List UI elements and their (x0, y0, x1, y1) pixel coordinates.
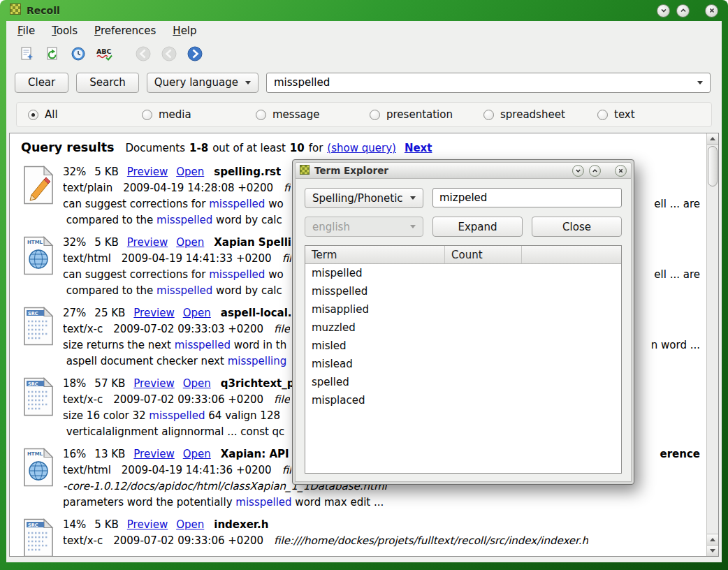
result-title: Xapian Spelli (214, 236, 291, 249)
open-link[interactable]: Open (183, 377, 211, 390)
radio-media-icon[interactable] (142, 110, 152, 120)
term-row[interactable]: muzzled (305, 319, 621, 337)
maximize-icon[interactable] (676, 4, 690, 17)
highlight-term: misspelling (228, 355, 287, 367)
doc-date: 2009-04-19 14:28:08 +0200 (123, 182, 273, 194)
clear-search-icon[interactable] (16, 43, 37, 64)
preview-link[interactable]: Preview (133, 307, 174, 319)
doc-date: 2009-04-19 14:41:33 +0200 (122, 252, 272, 265)
radio-all-icon[interactable] (28, 110, 38, 120)
term-row[interactable]: spelled (305, 373, 621, 391)
recoll-logo-icon (300, 164, 310, 177)
open-link[interactable]: Open (183, 448, 211, 460)
close-icon[interactable] (705, 4, 718, 17)
doc-date: 2009-04-19 14:41:36 +0200 (122, 464, 272, 476)
term-column-header[interactable]: Term (305, 246, 445, 263)
svg-text:HTML: HTML (27, 240, 43, 245)
maximize-icon[interactable] (589, 165, 601, 177)
window-title: Recoll (27, 5, 60, 16)
filter-label: All (45, 108, 58, 121)
filter-spreadsheet[interactable]: spreadsheet (483, 108, 597, 121)
clear-button[interactable]: Clear (15, 73, 68, 93)
for-label: for (309, 142, 323, 154)
result-row: SRC14%5 KBPreviewOpenindexer.htext/x-c20… (18, 517, 700, 556)
query-results-title: Query results (21, 140, 115, 154)
filter-all[interactable]: All (28, 108, 142, 121)
term-row[interactable]: mispelled (305, 264, 621, 282)
history-icon[interactable] (68, 43, 89, 64)
open-link[interactable]: Open (176, 518, 204, 531)
doc-url: fi (284, 182, 290, 194)
filter-message[interactable]: message (256, 108, 370, 121)
relevance-percent: 14% (63, 518, 86, 531)
scroll-down-icon[interactable] (707, 545, 718, 556)
minimize-icon[interactable] (657, 4, 670, 17)
result-title: spelling.rst (214, 166, 281, 178)
language-combo: english (305, 217, 423, 237)
expand-button[interactable]: Expand (432, 217, 523, 237)
close-button[interactable]: Close (532, 217, 622, 237)
menu-file[interactable]: File (17, 24, 35, 37)
preview-link[interactable]: Preview (133, 377, 174, 390)
show-query-link[interactable]: (show query) (327, 142, 396, 154)
radio-text-icon[interactable] (597, 110, 608, 120)
relevance-percent: 32% (63, 166, 86, 178)
source-doc-icon: SRC (18, 376, 63, 440)
results-header: Query results Documents 1-8 out of at le… (21, 140, 700, 154)
close-icon[interactable] (615, 165, 627, 177)
doc-category-filter-row: Allmediamessagepresentationspreadsheette… (16, 102, 712, 127)
term-row[interactable]: misspelled (305, 282, 621, 300)
radio-presentation-icon[interactable] (370, 110, 380, 120)
term-explorer-titlebar: Term Explorer (295, 162, 632, 179)
preview-link[interactable]: Preview (127, 166, 168, 178)
preview-link[interactable]: Preview (127, 236, 168, 249)
spellcheck-term-explorer-icon[interactable]: ABC (94, 43, 115, 64)
scrollbar-track[interactable] (707, 188, 718, 534)
chevron-down-icon (410, 196, 416, 200)
open-link[interactable]: Open (176, 236, 204, 249)
term-row[interactable]: misled (305, 337, 621, 355)
term-row[interactable]: misapplied (305, 300, 621, 319)
html-doc-icon: HTML (18, 235, 63, 299)
query-language-combo[interactable]: Query language (147, 73, 259, 93)
next-page-icon[interactable] (184, 43, 205, 64)
search-query-combobox[interactable]: misspelled (266, 73, 711, 93)
chevron-down-icon[interactable] (697, 81, 703, 85)
scroll-up-icon[interactable] (707, 133, 718, 145)
open-link[interactable]: Open (183, 307, 211, 319)
search-row: Clear Search Query language misspelled (6, 67, 722, 98)
update-index-icon[interactable] (42, 43, 63, 64)
minimize-icon[interactable] (572, 165, 584, 177)
term-row[interactable]: mislead (305, 355, 621, 373)
menu-help[interactable]: Help (173, 24, 196, 37)
term-input[interactable] (432, 188, 622, 207)
dialog-title: Term Explorer (314, 165, 388, 176)
expansion-mode-combo[interactable]: Spelling/Phonetic (305, 188, 423, 208)
prev-page-icon (133, 43, 154, 64)
result-title: Xapian: API (221, 448, 289, 460)
count-column-header[interactable]: Count (445, 246, 522, 263)
menu-tools[interactable]: Tools (52, 24, 78, 37)
filter-presentation[interactable]: presentation (370, 108, 483, 121)
total-value: 10 (290, 142, 305, 154)
search-button[interactable]: Search (76, 73, 139, 93)
results-scrollbar[interactable] (706, 133, 718, 556)
filter-text[interactable]: text (597, 108, 711, 121)
radio-message-icon[interactable] (256, 110, 266, 120)
doc-date: 2009-07-02 09:33:03 +0200 (113, 323, 263, 335)
next-link[interactable]: Next (405, 142, 432, 154)
open-link[interactable]: Open (176, 166, 204, 178)
menu-preferences[interactable]: Preferences (94, 24, 156, 37)
doc-size: 25 KB (94, 307, 125, 319)
term-row[interactable]: misplaced (305, 391, 621, 409)
filter-media[interactable]: media (142, 108, 256, 121)
scroll-up-icon-bottom[interactable] (707, 534, 718, 545)
prev-result-icon (159, 43, 180, 64)
result-meta-line: text/x-c2009-07-02 09:33:06 +0200file://… (63, 533, 700, 549)
preview-link[interactable]: Preview (133, 448, 174, 460)
scrollbar-thumb[interactable] (708, 146, 718, 187)
radio-spreadsheet-icon[interactable] (483, 110, 494, 120)
result-title: q3richtext_p (221, 377, 295, 390)
doc-date: 2009-07-02 09:33:06 +0200 (113, 534, 263, 547)
preview-link[interactable]: Preview (127, 518, 168, 531)
